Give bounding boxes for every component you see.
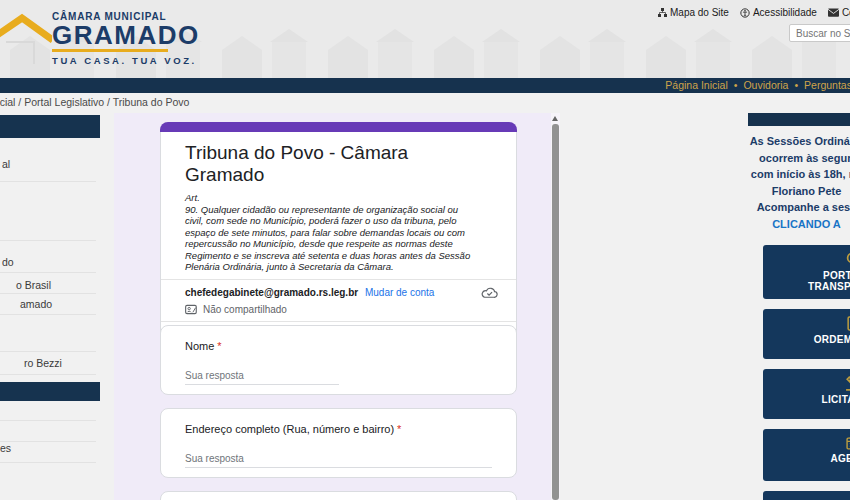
nav-item-pagina-inicial[interactable]: Página Inicial (665, 79, 727, 91)
form-description: Art. 90. Qualquer cidadão ou representan… (185, 192, 492, 273)
sidebar-divider (0, 314, 96, 315)
sidebar-item[interactable]: al (2, 158, 10, 170)
account-email: chefedegabinete@gramado.rs.leg.br (185, 287, 358, 298)
button-label: LICITAÇÕES (763, 394, 850, 405)
switch-account-link[interactable]: Mudar de conta (365, 287, 435, 298)
button-label: TRANSPARÊNCIA (763, 281, 850, 292)
description-line: espaço de sete minutos, para falar sobre… (185, 227, 492, 239)
logo-tagline: TUA CASA. TUA VOZ. (52, 55, 200, 66)
sidebar-divider (0, 351, 96, 352)
promo-button-partial[interactable] (763, 491, 850, 500)
shared-status-text: Não compartilhado (203, 304, 287, 315)
info-line: Acompanhe a sess (748, 199, 850, 216)
utility-link-acessibilidade[interactable]: Acessibilidade (740, 7, 817, 18)
nome-input[interactable]: Sua resposta (185, 370, 339, 385)
description-line: repercussão no Município, desde que resp… (185, 238, 492, 250)
button-label: PORTAL DA (763, 270, 850, 281)
logo-name: GRAMADO (52, 22, 200, 48)
utility-label: Mapa do Site (670, 7, 729, 18)
breadcrumb[interactable]: Página Inicial / Portal Legislativo / Tr… (0, 96, 189, 108)
description-line: Plenária Ordinária, junto à Secretaria d… (185, 261, 492, 273)
info-line: As Sessões Ordinária (748, 133, 850, 150)
document-icon (847, 316, 850, 331)
utility-nav: Mapa do Site Acessibilidade Contato VLib… (658, 7, 850, 18)
question-label-text: Endereço completo (Rua, número e bairro) (185, 423, 394, 435)
sidebar-divider (0, 272, 96, 273)
description-line: Regimento e se inscreva até setenta e du… (185, 250, 492, 262)
sessions-info: As Sessões Ordinária ocorrem às segun co… (748, 133, 850, 232)
question-card-nome: Nome* Sua resposta (160, 325, 517, 395)
clicando-aqui-link[interactable]: CLICANDO A (748, 216, 850, 233)
description-line: 90. Qualquer cidadão ou representante de… (185, 204, 492, 216)
description-line: civil, com sede no Município, poderá faz… (185, 215, 492, 227)
description-line: Art. (185, 192, 492, 204)
scrollbar-thumb[interactable] (552, 124, 559, 500)
sidebar-divider (0, 374, 96, 375)
search-input[interactable] (789, 24, 850, 42)
agenda-button[interactable]: AGENDA (763, 429, 850, 481)
sidebar-section-header (0, 115, 100, 138)
question-card-partial (160, 491, 517, 500)
nav-separator: • (794, 79, 798, 91)
form-title: Tribuna do Povo - Câmara Gramado (185, 142, 492, 186)
endereco-input[interactable]: Sua resposta (185, 453, 492, 468)
button-label: ORDEM DO DIA (763, 334, 850, 345)
logo-house-icon (0, 12, 52, 66)
navbar-items: Página Inicial•Ouvidoria•Perguntas Frequ… (665, 78, 850, 93)
sidebar-divider (0, 293, 96, 294)
google-form-embed: Tribuna do Povo - Câmara Gramado Art. 90… (114, 113, 560, 500)
cloud-saved-icon (481, 287, 498, 299)
calendar-icon (846, 436, 850, 450)
utility-link-contato[interactable]: Contato (828, 7, 850, 18)
form-scrollbar[interactable] (551, 113, 560, 500)
utility-label: Contato (842, 7, 850, 18)
form-header-card: Tribuna do Povo - Câmara Gramado Art. 90… (160, 122, 517, 356)
sidebar-item[interactable]: do (2, 256, 14, 268)
left-sidebar: al do o Brasil amado ro Bezzi es (0, 115, 100, 500)
account-row: chefedegabinete@gramado.rs.leg.br Mudar … (185, 287, 492, 298)
licitacoes-button[interactable]: LICITAÇÕES (763, 369, 850, 419)
button-label: AGENDA (763, 453, 850, 464)
site-header: CÂMARA MUNICIPAL GRAMADO TUA CASA. TUA V… (0, 0, 850, 78)
logo: CÂMARA MUNICIPAL GRAMADO TUA CASA. TUA V… (52, 11, 200, 66)
question-label: Endereço completo (Rua, número e bairro)… (185, 423, 492, 435)
form-theme-bar (160, 122, 517, 132)
accessibility-icon (740, 8, 750, 18)
scrollbar-up-arrow-icon[interactable] (552, 116, 558, 121)
sidebar-item[interactable]: es (0, 442, 11, 454)
right-panel-header-bar (748, 113, 850, 126)
sidebar-item[interactable]: amado (20, 298, 52, 310)
sidebar-item[interactable]: o Brasil (16, 279, 51, 291)
divider (161, 279, 516, 280)
envelope-icon (828, 8, 839, 17)
info-line: com início às 18h, no (748, 166, 850, 183)
nav-item-perguntas[interactable]: Perguntas Frequentes (804, 79, 850, 91)
utility-label: Acessibilidade (753, 7, 817, 18)
sidebar-divider (0, 462, 96, 463)
required-asterisk: * (397, 423, 401, 435)
sidebar-divider (0, 181, 96, 182)
question-label: Nome* (185, 340, 492, 352)
sitemap-icon (658, 8, 667, 17)
nav-item-ouvidoria[interactable]: Ouvidoria (743, 79, 788, 91)
info-line: Floriano Pete (748, 183, 850, 200)
sidebar-item-selected[interactable] (0, 382, 100, 401)
sidebar-divider (0, 240, 96, 241)
portal-transparencia-button[interactable]: PORTAL DA TRANSPARÊNCIA (763, 245, 850, 299)
shared-status-row: Não compartilhado (185, 304, 492, 315)
info-line: ocorrem às segun (748, 150, 850, 167)
question-label-text: Nome (185, 340, 214, 352)
not-shared-icon (185, 304, 197, 315)
required-asterisk: * (217, 340, 221, 352)
sidebar-item[interactable]: ro Bezzi (24, 357, 62, 369)
search-icon (846, 252, 850, 267)
sidebar-divider (0, 420, 96, 421)
nav-separator: • (734, 79, 738, 91)
question-card-endereco: Endereço completo (Rua, número e bairro)… (160, 408, 517, 478)
divider (161, 321, 516, 322)
utility-link-mapa-do-site[interactable]: Mapa do Site (658, 7, 729, 18)
main-navbar: Página Inicial•Ouvidoria•Perguntas Frequ… (0, 78, 850, 93)
ordem-do-dia-button[interactable]: ORDEM DO DIA (763, 309, 850, 359)
gavel-icon (845, 376, 850, 391)
sidebar-divider (0, 441, 96, 442)
